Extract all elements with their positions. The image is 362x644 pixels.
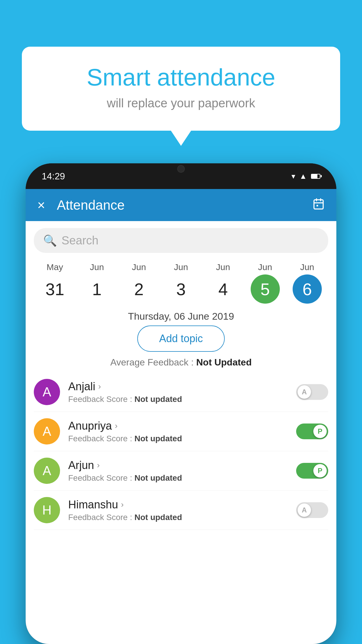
toggle-container[interactable]: A [296, 502, 328, 518]
student-item[interactable]: AAnupriya ›Feedback Score : Not updatedP [34, 412, 328, 451]
selected-date-label: Thursday, 06 June 2019 [26, 311, 336, 322]
phone-top-bar: 14:29 ▾ ▲ [26, 163, 336, 189]
toggle-container[interactable]: A [296, 384, 328, 400]
student-feedback: Feedback Score : Not updated [68, 513, 288, 522]
cal-month-label: Jun [174, 262, 188, 272]
phone-screen: 🔍 Search May31Jun1Jun2Jun3Jun4Jun5Jun6 T… [26, 221, 336, 644]
student-feedback: Feedback Score : Not updated [68, 395, 288, 404]
speech-bubble-wrapper: Smart attendance will replace your paper… [22, 47, 340, 131]
calendar-day[interactable]: Jun4 [207, 262, 239, 304]
calendar-day[interactable]: Jun3 [165, 262, 197, 304]
toggle-container[interactable]: P [296, 424, 328, 439]
attendance-toggle[interactable]: A [296, 502, 328, 518]
student-avatar: A [34, 458, 60, 484]
calendar-day[interactable]: May31 [39, 262, 71, 304]
bubble-title: Smart attendance [45, 64, 317, 90]
student-info: Himanshu ›Feedback Score : Not updated [68, 498, 288, 522]
attendance-toggle[interactable]: P [296, 463, 328, 479]
chevron-icon: › [121, 500, 124, 509]
search-bar[interactable]: 🔍 Search [34, 228, 328, 253]
signal-icon: ▲ [299, 172, 307, 181]
phone-notch [166, 163, 196, 174]
toggle-knob: P [313, 464, 327, 477]
toggle-knob: A [298, 385, 311, 399]
student-avatar: A [34, 379, 60, 405]
feedback-summary: Average Feedback : Not Updated [26, 357, 336, 368]
cal-date-number: 6 [293, 274, 322, 304]
camera [177, 165, 185, 173]
student-name: Himanshu › [68, 498, 288, 511]
cal-date-number: 2 [124, 274, 154, 304]
student-feedback: Feedback Score : Not updated [68, 473, 288, 483]
phone-frame: 14:29 ▾ ▲ × Attendance � [26, 163, 336, 644]
student-name: Anjali › [68, 380, 288, 393]
status-icons: ▾ ▲ [291, 172, 320, 181]
cal-date-number: 3 [166, 274, 196, 304]
student-item[interactable]: HHimanshu ›Feedback Score : Not updatedA [34, 491, 328, 530]
cal-date-number: 5 [251, 274, 280, 304]
student-avatar: H [34, 497, 60, 523]
close-button[interactable]: × [37, 197, 45, 213]
cal-month-label: Jun [216, 262, 230, 272]
student-avatar: A [34, 418, 60, 444]
battery-icon [311, 174, 320, 179]
student-feedback: Feedback Score : Not updated [68, 434, 288, 443]
chevron-icon: › [98, 382, 101, 391]
attendance-toggle[interactable]: A [296, 384, 328, 400]
feedback-summary-prefix: Average Feedback : [110, 357, 196, 368]
calendar-day[interactable]: Jun6 [291, 262, 323, 304]
calendar-strip: May31Jun1Jun2Jun3Jun4Jun5Jun6 [26, 258, 336, 306]
student-list: AAnjali ›Feedback Score : Not updatedAAA… [26, 372, 336, 530]
student-info: Anupriya ›Feedback Score : Not updated [68, 420, 288, 443]
calendar-day[interactable]: Jun1 [81, 262, 113, 304]
student-info: Anjali ›Feedback Score : Not updated [68, 380, 288, 404]
calendar-icon[interactable] [312, 198, 325, 213]
app-title: Attendance [57, 197, 301, 213]
student-item[interactable]: AArjun ›Feedback Score : Not updatedP [34, 451, 328, 491]
search-placeholder: Search [61, 234, 99, 247]
cal-month-label: Jun [132, 262, 146, 272]
cal-month-label: Jun [90, 262, 104, 272]
chevron-icon: › [115, 421, 117, 430]
student-name: Arjun › [68, 459, 288, 472]
calendar-day[interactable]: Jun5 [249, 262, 281, 304]
app-header: × Attendance [26, 189, 336, 221]
toggle-knob: P [313, 425, 327, 438]
toggle-knob: A [298, 503, 311, 517]
feedback-summary-value: Not Updated [196, 357, 252, 368]
calendar-day[interactable]: Jun2 [123, 262, 155, 304]
toggle-container[interactable]: P [296, 463, 328, 479]
student-item[interactable]: AAnjali ›Feedback Score : Not updatedA [34, 372, 328, 412]
svg-rect-0 [314, 200, 323, 209]
search-icon: 🔍 [43, 234, 57, 247]
chevron-icon: › [97, 461, 100, 470]
student-info: Arjun ›Feedback Score : Not updated [68, 459, 288, 483]
svg-rect-4 [317, 205, 318, 206]
cal-date-number: 4 [208, 274, 238, 304]
bubble-subtitle: will replace your paperwork [45, 96, 317, 110]
cal-date-number: 1 [82, 274, 111, 304]
status-time: 14:29 [42, 171, 65, 182]
student-name: Anupriya › [68, 420, 288, 432]
cal-month-label: Jun [300, 262, 314, 272]
cal-month-label: May [47, 262, 63, 272]
attendance-toggle[interactable]: P [296, 424, 328, 439]
add-topic-button[interactable]: Add topic [137, 326, 225, 352]
cal-date-number: 31 [40, 274, 69, 304]
cal-month-label: Jun [258, 262, 272, 272]
speech-bubble: Smart attendance will replace your paper… [22, 47, 340, 131]
wifi-icon: ▾ [291, 172, 295, 181]
